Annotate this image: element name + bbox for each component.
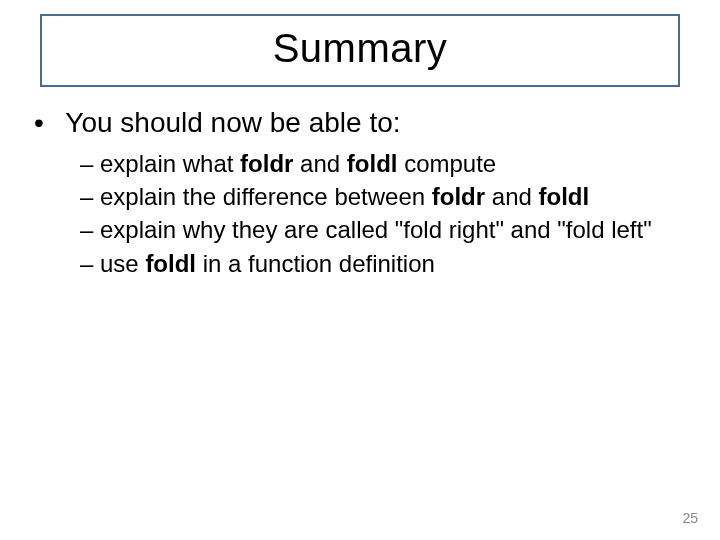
sub4-bold1: foldl (145, 250, 196, 277)
main-bullet: You should now be able to: explain what … (34, 105, 692, 279)
sub2-bold1: foldr (432, 183, 485, 210)
page-number: 25 (682, 510, 698, 526)
sub4-post: in a function definition (196, 250, 435, 277)
sub1-bold2: foldl (347, 150, 398, 177)
sub3-text: explain why they are called "fold right"… (100, 216, 652, 243)
sub4-pre: use (100, 250, 145, 277)
title-box: Summary (40, 14, 680, 87)
sub2-bold2: foldl (539, 183, 590, 210)
slide-title: Summary (42, 26, 678, 71)
main-bullet-text: You should now be able to: (65, 107, 400, 138)
sub-bullet-3: explain why they are called "fold right"… (80, 214, 692, 245)
sub-bullet-4: use foldl in a function definition (80, 248, 692, 279)
sub-bullet-1: explain what foldr and foldl compute (80, 148, 692, 179)
sub1-pre: explain what (100, 150, 240, 177)
sub2-pre: explain the difference between (100, 183, 432, 210)
sub1-post: compute (397, 150, 496, 177)
sub-bullet-2: explain the difference between foldr and… (80, 181, 692, 212)
bullet-list-level2: explain what foldr and foldl compute exp… (80, 148, 692, 279)
bullet-list-level1: You should now be able to: explain what … (34, 105, 692, 279)
sub1-bold1: foldr (240, 150, 293, 177)
sub2-mid: and (485, 183, 538, 210)
sub1-mid: and (293, 150, 346, 177)
